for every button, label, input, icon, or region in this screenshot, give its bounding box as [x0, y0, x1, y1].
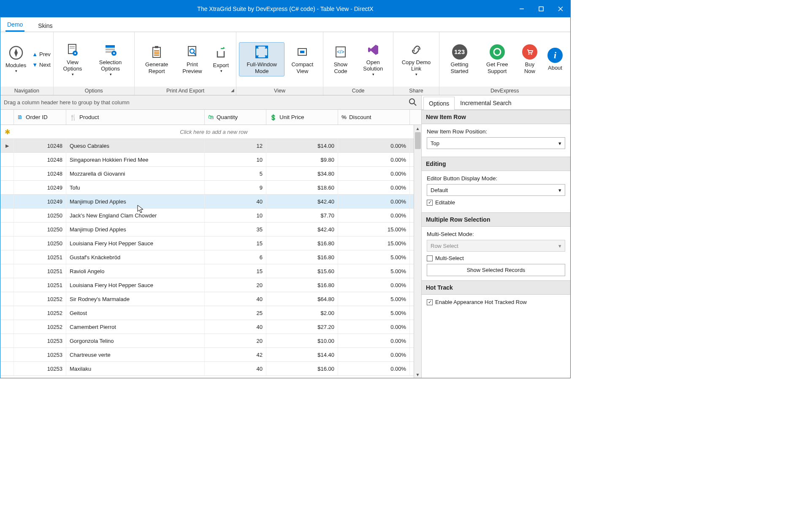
getting-started-button[interactable]: 123 Getting Started	[442, 43, 477, 76]
cell-order-id[interactable]: 10250	[14, 223, 66, 236]
cell-quantity[interactable]: 10	[205, 153, 266, 166]
cell-unit-price[interactable]: $34.80	[266, 167, 338, 180]
view-options-button[interactable]: View Options▾	[56, 41, 89, 79]
export-button[interactable]: Export▾	[208, 43, 233, 75]
cell-discount[interactable]: 0.00%	[338, 348, 410, 361]
full-window-mode-button[interactable]: Full-Window Mode	[239, 42, 284, 76]
table-row[interactable]: 10250Louisiana Fiery Hot Pepper Sauce15$…	[0, 236, 421, 250]
cell-unit-price[interactable]: $7.70	[266, 209, 338, 222]
cell-product[interactable]: Camembert Pierrot	[66, 320, 205, 334]
buy-now-button[interactable]: Buy Now	[517, 43, 542, 76]
cell-unit-price[interactable]: $16.80	[266, 278, 338, 292]
cell-order-id[interactable]: 10251	[14, 250, 66, 264]
table-row[interactable]: 10252Camembert Pierrot40$27.200.00%	[0, 320, 421, 334]
cell-product[interactable]: Singaporean Hokkien Fried Mee	[66, 153, 205, 166]
minimize-button[interactable]	[512, 0, 531, 17]
cell-product[interactable]: Gustaf's Knäckebröd	[66, 250, 205, 264]
selection-options-button[interactable]: Selection Options▾	[89, 41, 132, 79]
cell-unit-price[interactable]: $10.00	[266, 334, 338, 347]
cell-order-id[interactable]: 10252	[14, 292, 66, 306]
cell-discount[interactable]: 0.00%	[338, 153, 410, 166]
cell-unit-price[interactable]: $16.80	[266, 236, 338, 250]
table-row[interactable]: 10252Sir Rodney's Marmalade40$64.805.00%	[0, 292, 421, 306]
cell-unit-price[interactable]: $42.40	[266, 195, 338, 208]
table-row[interactable]: 10253Maxilaku40$16.000.00%	[0, 362, 421, 376]
cell-order-id[interactable]: 10253	[14, 348, 66, 361]
table-row[interactable]: 10253Chartreuse verte42$14.400.00%	[0, 348, 421, 362]
modules-button[interactable]: Modules▾	[3, 43, 29, 75]
cell-unit-price[interactable]: $14.00	[266, 139, 338, 152]
column-discount[interactable]: %Discount	[338, 110, 410, 125]
cell-quantity[interactable]: 20	[205, 278, 266, 292]
cell-quantity[interactable]: 25	[205, 306, 266, 320]
cell-discount[interactable]: 0.00%	[338, 209, 410, 222]
cell-discount[interactable]: 0.00%	[338, 362, 410, 375]
cell-quantity[interactable]: 10	[205, 209, 266, 222]
cell-discount[interactable]: 5.00%	[338, 292, 410, 306]
cell-quantity[interactable]: 9	[205, 181, 266, 194]
cell-unit-price[interactable]: $42.40	[266, 223, 338, 236]
cell-unit-price[interactable]: $2.00	[266, 306, 338, 320]
cell-product[interactable]: Gorgonzola Telino	[66, 334, 205, 347]
table-row[interactable]: 10248Singaporean Hokkien Fried Mee10$9.8…	[0, 153, 421, 167]
cell-order-id[interactable]: 10251	[14, 278, 66, 292]
cell-unit-price[interactable]: $9.80	[266, 153, 338, 166]
cell-quantity[interactable]: 35	[205, 223, 266, 236]
tab-skins[interactable]: Skins	[36, 20, 54, 32]
cell-discount[interactable]: 0.00%	[338, 334, 410, 347]
cell-quantity[interactable]: 5	[205, 167, 266, 180]
cell-product[interactable]: Queso Cabrales	[66, 139, 205, 152]
cell-product[interactable]: Maxilaku	[66, 362, 205, 375]
table-row[interactable]: ▶10248Queso Cabrales12$14.000.00%	[0, 139, 421, 153]
cell-product[interactable]: Tofu	[66, 181, 205, 194]
table-row[interactable]: 10250Manjimup Dried Apples35$42.4015.00%	[0, 223, 421, 236]
cell-order-id[interactable]: 10248	[14, 167, 66, 180]
cell-order-id[interactable]: 10252	[14, 320, 66, 334]
cell-order-id[interactable]: 10248	[14, 139, 66, 152]
table-row[interactable]: 10251Gustaf's Knäckebröd6$16.805.00%	[0, 250, 421, 264]
open-solution-button[interactable]: Open Solution▾	[355, 41, 390, 79]
get-free-support-button[interactable]: Get Free Support	[477, 43, 517, 76]
table-row[interactable]: 10248Mozzarella di Giovanni5$34.800.00%	[0, 167, 421, 181]
cell-quantity[interactable]: 20	[205, 334, 266, 347]
cell-order-id[interactable]: 10252	[14, 306, 66, 320]
cell-order-id[interactable]: 10251	[14, 264, 66, 278]
compact-view-button[interactable]: Compact View	[284, 43, 320, 76]
tab-incremental-search[interactable]: Incremental Search	[455, 96, 517, 109]
about-button[interactable]: i About	[542, 46, 568, 73]
cell-discount[interactable]: 0.00%	[338, 181, 410, 194]
table-row[interactable]: 10249Manjimup Dried Apples40$42.400.00%	[0, 195, 421, 209]
maximize-button[interactable]	[531, 0, 551, 17]
cell-quantity[interactable]: 40	[205, 320, 266, 334]
column-product[interactable]: 🍴Product	[66, 110, 205, 125]
editable-checkbox[interactable]: ✓Editable	[427, 199, 565, 206]
cell-discount[interactable]: 0.00%	[338, 278, 410, 292]
group-panel[interactable]: Drag a column header here to group by th…	[0, 95, 421, 110]
table-row[interactable]: 10250Jack's New England Clam Chowder10$7…	[0, 209, 421, 223]
cell-discount[interactable]: 15.00%	[338, 223, 410, 236]
scroll-down-icon[interactable]: ▼	[415, 371, 421, 378]
cell-unit-price[interactable]: $27.20	[266, 320, 338, 334]
cell-order-id[interactable]: 10248	[14, 153, 66, 166]
cell-quantity[interactable]: 15	[205, 264, 266, 278]
cell-discount[interactable]: 0.00%	[338, 167, 410, 180]
search-icon[interactable]	[409, 98, 417, 108]
cell-product[interactable]: Ravioli Angelo	[66, 264, 205, 278]
cell-quantity[interactable]: 40	[205, 362, 266, 375]
generate-report-button[interactable]: Generate Report	[137, 43, 176, 76]
cell-quantity[interactable]: 40	[205, 292, 266, 306]
copy-demo-link-button[interactable]: Copy Demo Link▾	[396, 41, 436, 79]
cell-unit-price[interactable]: $15.60	[266, 264, 338, 278]
cell-order-id[interactable]: 10253	[14, 334, 66, 347]
cell-product[interactable]: Geitost	[66, 306, 205, 320]
close-button[interactable]	[551, 0, 570, 17]
dialog-launcher-icon[interactable]: ◢	[231, 88, 234, 92]
cell-unit-price[interactable]: $64.80	[266, 292, 338, 306]
cell-quantity[interactable]: 15	[205, 236, 266, 250]
cell-discount[interactable]: 0.00%	[338, 139, 410, 152]
next-button[interactable]: ▼Next	[32, 62, 51, 68]
cell-product[interactable]: Louisiana Fiery Hot Pepper Sauce	[66, 236, 205, 250]
print-preview-button[interactable]: Print Preview	[176, 43, 209, 76]
cell-discount[interactable]: 5.00%	[338, 264, 410, 278]
cell-unit-price[interactable]: $14.40	[266, 348, 338, 361]
